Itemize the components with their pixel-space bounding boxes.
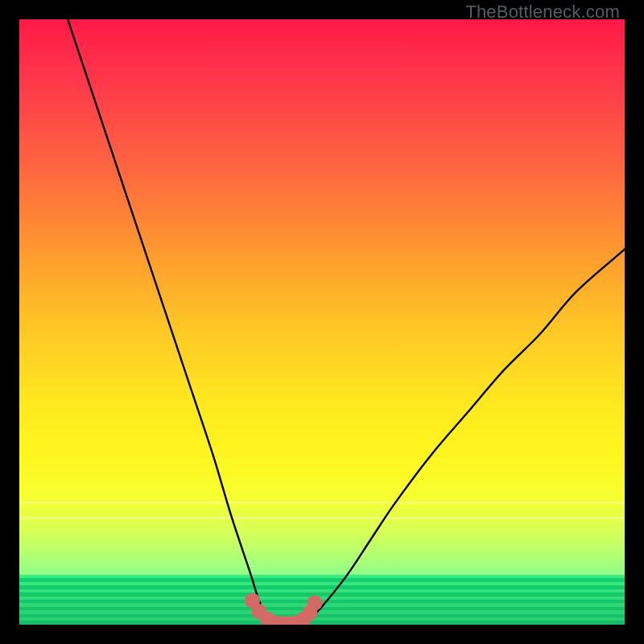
bottleneck-curve xyxy=(68,19,625,625)
sweet-spot-markers xyxy=(245,592,322,625)
sweet-spot-dot xyxy=(307,595,322,610)
curve-layer xyxy=(19,19,625,625)
plot-area xyxy=(19,19,625,625)
chart-frame: TheBottleneck.com xyxy=(0,0,644,644)
